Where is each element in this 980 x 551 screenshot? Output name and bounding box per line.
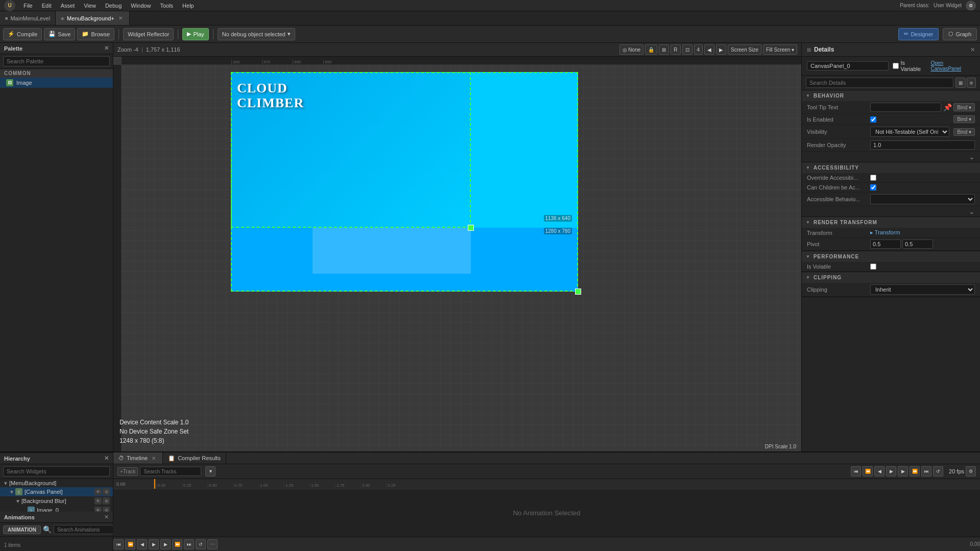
r-button[interactable]: R — [671, 44, 680, 55]
fill-screen-button[interactable]: Fill Screen ▾ — [763, 44, 797, 55]
tooltip-pin-icon[interactable]: 📌 — [943, 103, 952, 111]
timeline-tab[interactable]: ⏱ Timeline ✕ — [113, 452, 163, 464]
menu-file[interactable]: File — [19, 2, 37, 10]
debug-object-button[interactable]: No debug object selected ▾ — [218, 28, 295, 40]
tl-prev-key[interactable]: ◀ — [874, 466, 885, 476]
timeline-filter-btn[interactable]: ▼ — [205, 466, 216, 476]
transform-link[interactable]: ▸ Transform — [870, 229, 900, 236]
hierarchy-close[interactable]: ✕ — [104, 455, 109, 462]
hierarchy-lock-btn-2[interactable]: ⚙ — [103, 497, 110, 505]
tl-next-frame[interactable]: ⏩ — [910, 466, 920, 476]
hierarchy-lock-btn-1[interactable]: ⚙ — [103, 488, 110, 495]
lock-button[interactable]: 🔒 — [645, 44, 657, 55]
tl-next-key[interactable]: ▶ — [898, 466, 908, 476]
browse-button[interactable]: 📁 Browse — [77, 28, 114, 40]
override-accessibility-checkbox[interactable] — [870, 175, 876, 181]
widget-reflector-button[interactable]: Widget Reflector — [123, 28, 174, 40]
menu-view[interactable]: View — [80, 2, 100, 10]
palette-search-input[interactable] — [3, 56, 110, 66]
accessibility-expand-icon[interactable]: ⌄ — [969, 207, 975, 215]
hierarchy-item-image0[interactable]: ▶ I Image_0 👁 ⚙ — [0, 506, 113, 512]
timeline-playhead[interactable] — [154, 479, 155, 489]
menu-asset[interactable]: Asset — [57, 2, 79, 10]
palette-item-image[interactable]: 🖼 Image — [0, 78, 113, 88]
none-button[interactable]: ◎ None — [619, 44, 643, 55]
tl-bottom-skip-start[interactable]: ⏮ — [113, 539, 124, 549]
details-grid-view[interactable]: ⊞ — [955, 78, 966, 88]
details-list-view[interactable]: ≡ — [967, 78, 976, 88]
timeline-tab-close[interactable]: ✕ — [150, 454, 157, 462]
tl-bottom-skip-end[interactable]: ⏭ — [184, 539, 194, 549]
menu-edit[interactable]: Edit — [38, 2, 56, 10]
hierarchy-lock-btn-3[interactable]: ⚙ — [103, 507, 110, 512]
graph-button[interactable]: ⬡ Graph — [943, 28, 977, 40]
level-tab[interactable]: ■ MainMenuLevel — [0, 11, 56, 25]
menu-help[interactable]: Help — [178, 2, 198, 10]
hierarchy-item-bgblur[interactable]: ▼ [Background Blur] 👁 ⚙ — [0, 496, 113, 506]
accessible-behavior-dropdown[interactable]: Auto Summary — [870, 194, 975, 204]
user-avatar[interactable]: ⚙ — [966, 1, 976, 11]
performance-section-header[interactable]: ▼ PERFORMANCE — [802, 251, 980, 262]
tl-bottom-prev-key[interactable]: ◀ — [137, 539, 147, 549]
play-button[interactable]: ▶ Play — [182, 28, 208, 40]
visibility-bind-button[interactable]: Bind ▾ — [953, 128, 975, 136]
tooltip-bind-button[interactable]: Bind ▾ — [953, 103, 975, 111]
render-opacity-input[interactable] — [870, 140, 975, 150]
timeline-search-input[interactable] — [140, 467, 201, 476]
animations-close[interactable]: ✕ — [104, 514, 109, 520]
menu-tools[interactable]: Tools — [156, 2, 177, 10]
is-enabled-bind-button[interactable]: Bind ▾ — [953, 115, 975, 123]
vp-prev[interactable]: ◀ — [704, 44, 714, 55]
hierarchy-eye-btn-2[interactable]: 👁 — [94, 497, 102, 505]
clipping-dropdown[interactable]: Inherit ClipToBounds ClipToBoundsAlways — [870, 284, 975, 295]
vp-next[interactable]: ▶ — [716, 44, 726, 55]
menu-window[interactable]: Window — [127, 2, 155, 10]
is-volatile-checkbox[interactable] — [870, 263, 876, 270]
render-transform-header[interactable]: ▼ RENDER TRANSFORM — [802, 217, 980, 228]
canvas-panel-name-input[interactable] — [807, 61, 889, 70]
animation-add-button[interactable]: ANIMATION — [3, 525, 41, 534]
hierarchy-item-menubackground[interactable]: ▼ [MenuBackground] — [0, 479, 113, 487]
hierarchy-eye-btn-1[interactable]: 👁 — [94, 488, 102, 495]
tooltip-input[interactable] — [870, 103, 941, 112]
palette-close[interactable]: ✕ — [104, 45, 109, 52]
tl-bottom-next[interactable]: ⏩ — [172, 539, 182, 549]
details-search-input[interactable] — [806, 78, 953, 88]
designer-button[interactable]: ✏ Designer — [898, 28, 939, 40]
selection-corner-handle[interactable] — [468, 225, 474, 231]
widget-tab[interactable]: ◈ MenuBackground+ ✕ — [56, 11, 130, 25]
vp-num-4[interactable]: 4 — [694, 44, 703, 55]
accessibility-section-header[interactable]: ▼ ACCESSIBILITY — [802, 162, 980, 173]
menu-debug[interactable]: Debug — [101, 2, 126, 10]
compiler-results-tab[interactable]: 📋 Compiler Results — [163, 453, 226, 464]
grid-toggle[interactable]: ⊡ — [682, 44, 692, 55]
behavior-section-header[interactable]: ▼ BEHAVIOR — [802, 90, 980, 101]
tl-bottom-more[interactable]: ⋯ — [207, 539, 218, 549]
can-children-checkbox[interactable] — [870, 184, 876, 190]
tl-prev-frame[interactable]: ⏪ — [863, 466, 873, 476]
hierarchy-item-canvaspanel[interactable]: ▼ C [Canvas Panel] 👁 ⚙ — [0, 487, 113, 496]
tl-bottom-play[interactable]: ▶ — [149, 539, 159, 549]
outer-corner-handle[interactable] — [575, 289, 581, 295]
open-canvas-panel-link[interactable]: Open CanvasPanel — [931, 60, 975, 71]
widget-tab-close[interactable]: ✕ — [117, 15, 124, 22]
clipping-section-header[interactable]: ▼ CLIPPING — [802, 272, 980, 283]
tl-bottom-next-key[interactable]: ▶ — [160, 539, 171, 549]
grid-button[interactable]: ⊞ — [659, 44, 669, 55]
pivot-x-input[interactable] — [870, 239, 901, 249]
screen-size-button[interactable]: Screen Size — [728, 44, 761, 55]
tl-bottom-prev[interactable]: ⏪ — [125, 539, 135, 549]
tl-skip-start[interactable]: ⏮ — [851, 466, 861, 476]
save-button[interactable]: 💾 Save — [44, 28, 75, 40]
hierarchy-search-input[interactable] — [3, 466, 110, 476]
is-enabled-checkbox[interactable] — [870, 116, 876, 123]
tl-skip-end[interactable]: ⏭ — [921, 466, 931, 476]
tl-loop[interactable]: ↺ — [933, 466, 943, 476]
hierarchy-eye-btn-3[interactable]: 👁 — [94, 507, 102, 512]
behavior-expand-icon[interactable]: ⌄ — [969, 153, 975, 161]
compile-button[interactable]: ⚡ Compile — [3, 28, 42, 40]
viewport-area[interactable]: 300 570 850 990 CLOUDCLIMBER — [113, 57, 801, 451]
tl-settings[interactable]: ⚙ — [966, 466, 976, 476]
is-variable-checkbox[interactable] — [893, 63, 899, 69]
visibility-dropdown[interactable]: Not Hit-Testable (Self Only) Visible Hid… — [870, 127, 949, 137]
